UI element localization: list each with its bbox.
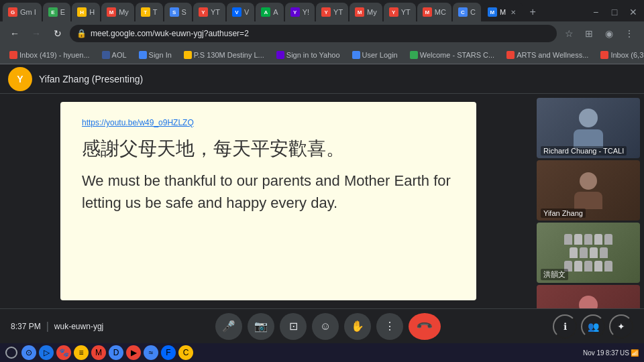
star-icon[interactable]: ☆ [559,24,578,43]
camera-button[interactable]: 📷 [248,313,274,340]
tab-yt3[interactable]: Y YT [384,3,416,21]
bookmark-userlogin[interactable]: User Login [348,50,402,60]
maximize-icon[interactable]: □ [606,4,623,20]
tab-a[interactable]: A A [256,3,283,21]
mic-button[interactable]: 🎤 [215,313,242,340]
taskbar-app-gmail[interactable]: M [91,345,106,360]
tab-close-meet[interactable]: ✕ [508,7,518,17]
taskbar-left: ⊙ ▷ 🐾 ≡ M D ▶ ≈ F C [5,345,193,360]
meeting-time: 8:37 PM [11,322,41,331]
tab-favicon-e: E [48,7,58,17]
meet-controls: 8:37 PM | wuk-euwn-ygj 🎤 📷 ⊡ ☺ ✋ ⋮ [0,308,644,343]
taskbar-app-paw[interactable]: 🐾 [56,345,71,360]
lock-icon: 🔒 [76,29,87,38]
taskbar-app-files[interactable]: ≡ [74,345,89,360]
tab-yt1[interactable]: Y YT [193,3,225,21]
raise-hand-icon: ✋ [351,320,364,333]
controls-right: ℹ 👥 ✦ [553,314,633,339]
tab-label-v: V [244,8,249,16]
taskbar-app-docs[interactable]: D [109,345,123,360]
taskbar-region: US [620,349,629,357]
profile-icon[interactable]: ◉ [600,24,619,43]
bookmark-icon-aol [102,51,110,59]
taskbar-app-fb[interactable]: F [161,345,176,360]
bookmark-arts[interactable]: ARTS and Wellness... [502,50,592,60]
minimize-icon[interactable]: − [588,4,604,20]
taskbar-app-play[interactable]: ▷ [39,345,54,360]
bookmark-label-inbox: Inbox (6,392) - hyu... [610,51,644,59]
present-button[interactable]: ⊡ [280,313,307,340]
bookmark-icon-ps130 [184,51,192,59]
taskbar-apps: ⊙ ▷ 🐾 ≡ M D ▶ ≈ F C [21,345,193,360]
tab-meet[interactable]: M M ✕ [482,3,523,21]
bookmark-icon-stars [410,51,418,59]
bookmark-gmail[interactable]: Inbox (419) - hyuen... [5,50,94,60]
close-window-icon[interactable]: ✕ [625,4,641,20]
end-call-button[interactable]: 📞 [409,313,441,340]
raise-hand-button[interactable]: ✋ [344,313,371,340]
participant-tile-yifan[interactable]: Yifan Zhang [537,160,640,221]
refresh-button[interactable]: ↻ [48,24,67,43]
tab-favicon-y: Y [290,7,300,17]
activities-button[interactable]: ✦ [609,314,633,339]
participant-grid: Richard Chuang - TCALI Yifan Zhang [537,94,644,308]
slide-link[interactable]: https://youtu.be/w49_o9HZLZQ [82,118,455,127]
bookmark-icon-signin [139,51,147,59]
taskbar-app-chrome[interactable]: ⊙ [21,345,36,360]
new-tab-button[interactable]: + [525,4,541,20]
bookmark-yahoo[interactable]: Sign in to Yahoo [272,50,344,60]
participant-label-yifan: Yifan Zhang [541,208,586,218]
controls-left: 8:37 PM | wuk-euwn-ygj [11,320,103,333]
tab-mc[interactable]: M MC [417,3,451,21]
tab-favicon-c: C [458,7,468,17]
taskbar-app-meet[interactable]: ≈ [144,345,158,360]
tab-gmail[interactable]: G Gm I [3,3,42,21]
bookmark-inbox[interactable]: Inbox (6,392) - hyu... [596,50,644,60]
meet-main: https://youtu.be/w49_o9HZLZQ 感謝父母天地，每天平安… [0,94,644,308]
participant-tile-hongwen[interactable]: 洪韻文 [537,223,640,283]
meeting-code: wuk-euwn-ygj [54,322,103,331]
tab-v[interactable]: V V [227,3,254,21]
bookmark-aol[interactable]: AOL [98,50,131,60]
tab-bar: G Gm I E E H H M My T T S S Y YT V V [0,0,644,21]
extension-icon[interactable]: ⊞ [580,24,598,43]
taskbar-app-classroom[interactable]: C [178,345,193,360]
tab-h[interactable]: H H [72,3,100,21]
taskbar-circle [5,347,17,359]
tab-y[interactable]: Y Y! [285,3,315,21]
tab-t[interactable]: T T [136,3,163,21]
bookmark-signin[interactable]: Sign In [135,50,176,60]
more-button[interactable]: ⋮ [376,313,403,340]
tab-favicon-yt3: Y [389,7,398,17]
back-button[interactable]: ← [5,24,24,43]
tab-yt2[interactable]: Y YT [316,3,348,21]
bookmark-icon-userlogin [352,51,360,59]
tab-favicon-meet: M [488,7,497,17]
participant-label-hongwen: 洪韻文 [541,269,568,280]
participant-tile-ashley[interactable]: Ashley pong [537,285,640,308]
tab-label-s: S [182,8,186,16]
tab-s[interactable]: S S [164,3,192,21]
tab-favicon-my2: M [355,7,364,17]
tab-my[interactable]: M My [101,3,134,21]
people-button[interactable]: 👥 [581,314,605,339]
tab-my2[interactable]: M My [350,3,382,21]
info-button[interactable]: ℹ [553,314,577,339]
meet-header: Y Yifan Zhang (Presenting) [0,64,644,94]
bookmark-ps130[interactable]: P.S 130M Destiny L... [180,50,268,60]
forward-button[interactable]: → [27,24,46,43]
tab-e[interactable]: E E [43,3,70,21]
taskbar-app-youtube[interactable]: ▶ [126,345,141,360]
bookmark-stars[interactable]: Welcome - STARS C... [406,50,498,60]
more-options-icon[interactable]: ⋮ [620,24,639,43]
participant-tile-richard[interactable]: Richard Chuang - TCALI [537,98,640,158]
slide-container: https://youtu.be/w49_o9HZLZQ 感謝父母天地，每天平安… [60,102,476,300]
tab-c[interactable]: C C [453,3,481,21]
emoji-button[interactable]: ☺ [312,313,339,340]
browser-chrome: G Gm I E E H H M My T T S S Y YT V V [0,0,644,64]
address-bar[interactable]: 🔒 meet.google.com/wuk-euwn-ygj?authuser=… [70,25,557,42]
bookmark-icon-inbox [600,51,608,59]
taskbar: ⊙ ▷ 🐾 ≡ M D ▶ ≈ F C Nov 19 8:37 US 📶 [0,343,644,362]
tab-label-a: A [273,8,278,16]
activities-icon: ✦ [617,321,625,332]
